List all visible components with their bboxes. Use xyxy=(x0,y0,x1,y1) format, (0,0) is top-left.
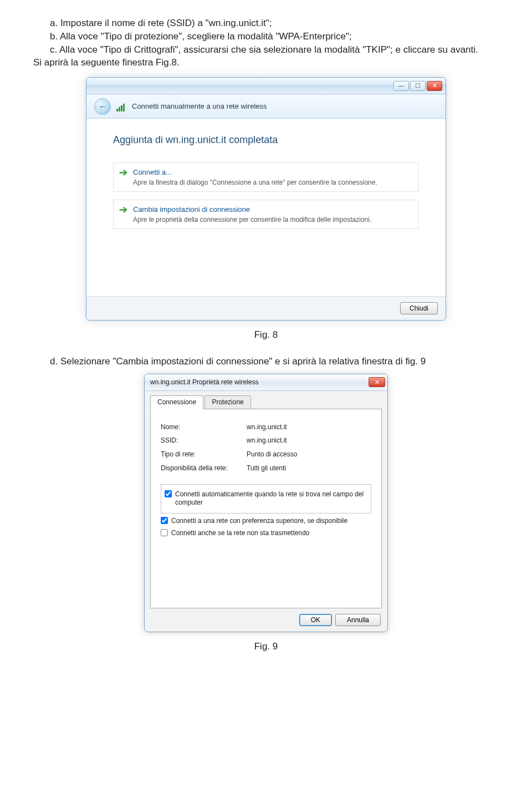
fig8-footer: Chiudi xyxy=(86,296,446,320)
prop-ssid-value: wn.ing.unict.it xyxy=(247,434,297,448)
fig9-tabstrip: Connessione Protezione xyxy=(145,391,387,409)
fig8-window: — ☐ ✕ ← Connetti manualmente a una rete … xyxy=(86,77,446,321)
checkbox-icon[interactable] xyxy=(161,529,168,536)
instruction-line-after-c: Si aprirà la seguente finestra Fig.8. xyxy=(33,56,499,69)
prop-name-label: Nome: xyxy=(161,420,247,434)
back-icon[interactable]: ← xyxy=(94,98,111,115)
instruction-line-a: a. Impostare il nome di rete (SSID) a "w… xyxy=(33,17,499,30)
instruction-line-d: d. Selezionare "Cambia impostazioni di c… xyxy=(33,355,499,368)
chk-connect-nonbroadcast[interactable]: Connetti anche se la rete non sta trasme… xyxy=(161,529,371,538)
prop-avail-value: Tutti gli utenti xyxy=(247,461,297,475)
fig8-titlebar: — ☐ ✕ xyxy=(86,78,446,94)
prop-type-value: Punto di accesso xyxy=(247,448,297,461)
fig8-body: Aggiunta di wn.ing.unict.it completata ➔… xyxy=(86,119,446,296)
prop-name-value: wn.ing.unict.it xyxy=(247,420,297,434)
checkbox-group: Connetti automaticamente quando la rete … xyxy=(161,484,371,514)
arrow-icon: ➔ xyxy=(119,167,127,187)
chk-label: Connetti anche se la rete non sta trasme… xyxy=(171,529,310,538)
close-button[interactable]: ✕ xyxy=(369,377,385,387)
instruction-line-c: c. Alla voce "Tipo di Crittografi", assi… xyxy=(33,43,499,57)
fig8-link-change-settings[interactable]: ➔ Cambia impostazioni di connessione Apr… xyxy=(113,200,419,229)
checkbox-icon[interactable] xyxy=(161,517,168,524)
chk-label: Connetti automaticamente quando la rete … xyxy=(175,490,367,507)
close-button[interactable]: ✕ xyxy=(427,81,442,91)
checkbox-icon[interactable] xyxy=(165,490,172,497)
fig8-caption: Fig. 8 xyxy=(33,328,499,342)
tab-connection[interactable]: Connessione xyxy=(150,395,203,409)
prop-type-label: Tipo di rete: xyxy=(161,448,247,461)
fig8-toolbar-text: Connetti manualmente a una rete wireless xyxy=(132,101,267,111)
maximize-button[interactable]: ☐ xyxy=(410,81,426,91)
link-subtitle: Apre la finestra di dialogo "Connessione… xyxy=(133,178,377,187)
instruction-line-b: b. Alla voce "Tipo di protezione", scegl… xyxy=(33,30,499,43)
close-button[interactable]: Chiudi xyxy=(400,302,438,314)
minimize-button[interactable]: — xyxy=(393,81,409,91)
arrow-icon: ➔ xyxy=(119,205,127,224)
fig9-caption: Fig. 9 xyxy=(33,640,499,653)
wireless-signal-icon xyxy=(116,101,126,111)
cancel-button[interactable]: Annulla xyxy=(335,614,381,626)
fig8-toolbar: ← Connetti manualmente a una rete wirele… xyxy=(86,94,446,119)
prop-avail-label: Disponibilità della rete: xyxy=(161,461,247,475)
properties-table: Nome:wn.ing.unict.it SSID:wn.ing.unict.i… xyxy=(161,420,297,475)
fig9-title-text: wn.ing.unict.it Proprietà rete wireless xyxy=(150,378,258,387)
fig9-titlebar: wn.ing.unict.it Proprietà rete wireless … xyxy=(145,374,387,391)
chk-auto-connect[interactable]: Connetti automaticamente quando la rete … xyxy=(165,490,367,507)
link-title: Connetti a... xyxy=(133,167,377,177)
fig8-heading: Aggiunta di wn.ing.unict.it completata xyxy=(113,133,419,147)
link-title: Cambia impostazioni di connessione xyxy=(133,205,371,215)
fig9-sheet: Nome:wn.ing.unict.it SSID:wn.ing.unict.i… xyxy=(150,409,382,608)
chk-label: Connetti a una rete con preferenza super… xyxy=(171,517,347,526)
fig9-footer: OK Annulla xyxy=(145,608,387,632)
ok-button[interactable]: OK xyxy=(299,614,332,626)
prop-ssid-label: SSID: xyxy=(161,434,247,448)
fig9-window: wn.ing.unict.it Proprietà rete wireless … xyxy=(144,374,388,632)
tab-protection[interactable]: Protezione xyxy=(204,395,250,409)
link-subtitle: Apre le proprietà della connessione per … xyxy=(133,215,371,225)
fig8-link-connect[interactable]: ➔ Connetti a... Apre la finestra di dial… xyxy=(113,162,419,192)
chk-prefer-higher[interactable]: Connetti a una rete con preferenza super… xyxy=(161,517,371,526)
